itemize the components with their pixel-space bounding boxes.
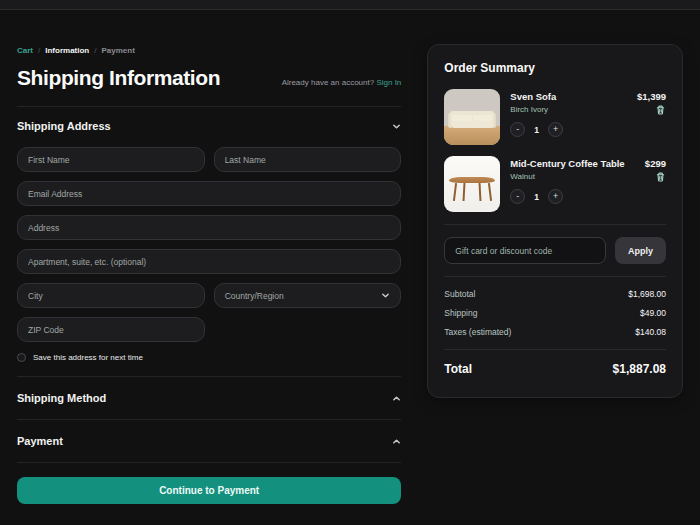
breadcrumb-separator: / <box>38 46 40 55</box>
section-title: Shipping Method <box>17 392 106 404</box>
remove-item-button[interactable] <box>655 171 666 182</box>
sign-in-link[interactable]: Sign In <box>376 78 401 87</box>
breadcrumb-payment: Payment <box>101 46 134 55</box>
apartment-input[interactable] <box>17 249 401 274</box>
trash-icon <box>656 105 665 115</box>
shipping-address-form: Country/Region <box>17 147 401 342</box>
save-address-checkbox[interactable] <box>17 353 26 362</box>
sofa-illustration <box>444 89 500 145</box>
email-input[interactable] <box>17 181 401 206</box>
increase-quantity-button[interactable]: + <box>548 122 563 137</box>
table-illustration <box>444 156 500 212</box>
shipping-row: Shipping $49.00 <box>444 308 666 318</box>
total-label: Total <box>444 362 472 376</box>
item-price: $1,399 <box>637 91 666 102</box>
section-shipping-address[interactable]: Shipping Address <box>17 107 401 145</box>
item-details: Sven Sofa $1,399 Birch Ivory - 1 + <box>510 89 666 145</box>
divider <box>444 349 666 350</box>
section-shipping-method[interactable]: Shipping Method <box>17 377 401 419</box>
section-title: Shipping Address <box>17 120 111 132</box>
decrease-quantity-button[interactable]: - <box>510 122 525 137</box>
item-name: Mid-Century Coffee Table <box>510 158 624 169</box>
divider <box>444 276 666 277</box>
account-prompt-row: Already have an account? Sign In <box>282 78 402 90</box>
item-name: Sven Sofa <box>510 91 556 102</box>
continue-to-payment-button[interactable]: Continue to Payment <box>17 477 401 504</box>
shipping-form-column: Cart / Information / Payment Shipping In… <box>17 10 401 504</box>
chevron-down-icon <box>381 291 390 300</box>
city-input[interactable] <box>17 283 205 308</box>
subtotal-value: $1,698.00 <box>628 289 666 299</box>
top-nav-bar <box>0 0 700 10</box>
quantity-stepper: - 1 + <box>510 189 666 204</box>
save-address-checkbox-row[interactable]: Save this address for next time <box>17 353 401 362</box>
product-image-sofa <box>444 89 500 145</box>
cart-item-sven-sofa: Sven Sofa $1,399 Birch Ivory - 1 + <box>444 89 666 145</box>
quantity-value: 1 <box>534 192 539 202</box>
gift-card-input[interactable] <box>444 237 606 264</box>
checkout-page: Cart / Information / Payment Shipping In… <box>0 10 700 504</box>
shipping-value: $49.00 <box>640 308 666 318</box>
last-name-input[interactable] <box>214 147 402 172</box>
product-image-coffee-table <box>444 156 500 212</box>
chevron-down-icon <box>392 122 401 131</box>
account-prompt-text: Already have an account? <box>282 78 375 87</box>
taxes-value: $140.08 <box>635 327 666 337</box>
section-payment[interactable]: Payment <box>17 420 401 462</box>
section-title: Payment <box>17 435 63 447</box>
subtotal-label: Subtotal <box>444 289 475 299</box>
divider <box>444 224 666 225</box>
first-name-input[interactable] <box>17 147 205 172</box>
remove-item-button[interactable] <box>655 104 666 115</box>
decrease-quantity-button[interactable]: - <box>510 189 525 204</box>
country-select-label: Country/Region <box>225 291 284 301</box>
breadcrumb-information: Information <box>45 46 89 55</box>
gift-card-row: Apply <box>444 237 666 264</box>
chevron-up-icon <box>392 437 401 446</box>
page-header: Shipping Information Already have an acc… <box>17 66 401 90</box>
cart-item-coffee-table: Mid-Century Coffee Table $299 Walnut - 1 <box>444 156 666 212</box>
chevron-up-icon <box>392 394 401 403</box>
total-value: $1,887.08 <box>613 362 666 376</box>
quantity-stepper: - 1 + <box>510 122 666 137</box>
breadcrumb-separator: / <box>94 46 96 55</box>
save-address-label: Save this address for next time <box>33 353 143 362</box>
taxes-label: Taxes (estimated) <box>444 327 511 337</box>
subtotal-row: Subtotal $1,698.00 <box>444 289 666 299</box>
increase-quantity-button[interactable]: + <box>548 189 563 204</box>
breadcrumb-cart[interactable]: Cart <box>17 46 33 55</box>
order-summary-title: Order Summary <box>444 61 666 75</box>
order-summary-panel: Order Summary Sven Sofa $1,399 <box>427 44 683 398</box>
item-variant: Birch Ivory <box>510 105 548 114</box>
breadcrumb: Cart / Information / Payment <box>17 46 401 55</box>
divider <box>17 462 401 463</box>
apply-button[interactable]: Apply <box>615 237 666 264</box>
item-price: $299 <box>645 158 666 169</box>
item-variant: Walnut <box>510 172 535 181</box>
item-details: Mid-Century Coffee Table $299 Walnut - 1 <box>510 156 666 212</box>
taxes-row: Taxes (estimated) $140.08 <box>444 327 666 337</box>
grand-total-row: Total $1,887.08 <box>444 362 666 376</box>
country-select[interactable]: Country/Region <box>214 283 402 308</box>
trash-icon <box>656 172 665 182</box>
shipping-label: Shipping <box>444 308 477 318</box>
zip-input[interactable] <box>17 317 205 342</box>
quantity-value: 1 <box>534 125 539 135</box>
address-input[interactable] <box>17 215 401 240</box>
page-title: Shipping Information <box>17 66 220 90</box>
